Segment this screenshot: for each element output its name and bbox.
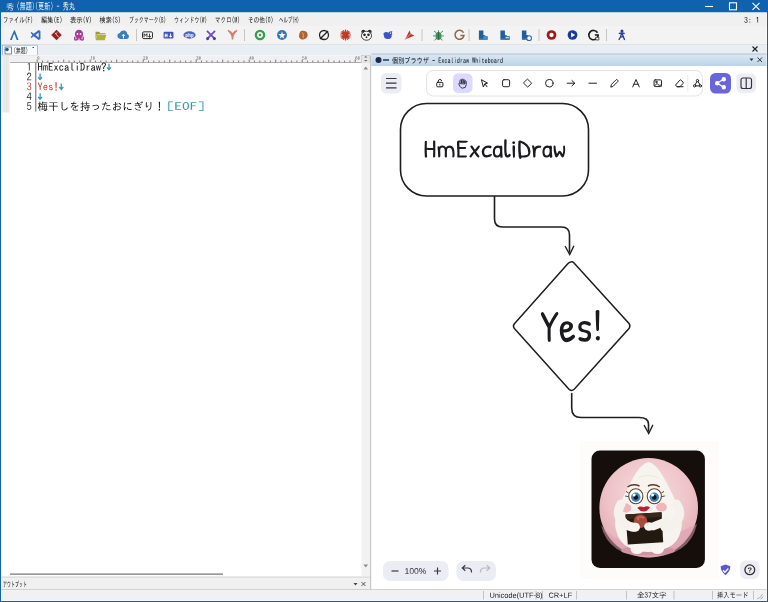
svg-text:php: php — [185, 33, 193, 38]
